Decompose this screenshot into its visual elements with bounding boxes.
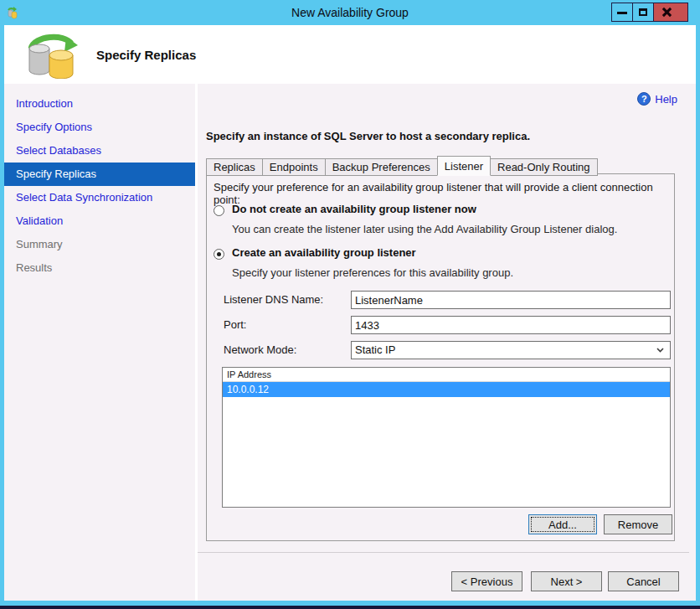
- tab-listener[interactable]: Listener: [437, 156, 491, 176]
- maximize-icon: [639, 8, 647, 16]
- instruction-text: Specify an instance of SQL Server to hos…: [206, 130, 530, 142]
- footer-separator: [198, 552, 689, 553]
- minimize-icon: [617, 12, 627, 14]
- help-label: Help: [655, 93, 677, 106]
- dns-name-label: Listener DNS Name:: [224, 291, 323, 309]
- wizard-dialog: Specify Replicas Introduction Specify Op…: [4, 25, 696, 601]
- add-button[interactable]: Add...: [528, 514, 597, 534]
- help-icon: ?: [637, 92, 651, 106]
- tab-strip: Replicas Endpoints Backup Preferences Li…: [206, 156, 597, 176]
- minimize-button[interactable]: [611, 3, 633, 22]
- next-button[interactable]: Next >: [531, 571, 602, 591]
- sidebar-item-introduction[interactable]: Introduction: [4, 92, 195, 116]
- window-title: New Availability Group: [0, 0, 700, 25]
- listener-tab-panel: Specify your preference for an availabil…: [206, 173, 675, 541]
- tab-endpoints[interactable]: Endpoints: [262, 158, 326, 176]
- sidebar-item-validation[interactable]: Validation: [4, 209, 195, 233]
- create-listener-description: Specify your listener preferences for th…: [232, 266, 513, 279]
- port-label: Port:: [224, 316, 246, 334]
- network-mode-label: Network Mode:: [224, 341, 296, 359]
- create-listener-label[interactable]: Create an availability group listener: [232, 246, 416, 259]
- wizard-header: Specify Replicas: [4, 25, 696, 84]
- sidebar-item-specify-options[interactable]: Specify Options: [4, 116, 195, 139]
- maximize-button[interactable]: [632, 3, 654, 22]
- titlebar[interactable]: New Availability Group: [0, 0, 700, 25]
- sidebar-item-results: Results: [4, 256, 195, 280]
- tab-backup-preferences[interactable]: Backup Preferences: [325, 158, 438, 176]
- close-button[interactable]: [653, 3, 688, 22]
- sidebar-item-specify-replicas[interactable]: Specify Replicas: [4, 163, 195, 186]
- availability-group-icon: [24, 32, 81, 79]
- dns-name-input[interactable]: [351, 291, 671, 309]
- ip-list-header: IP Address: [223, 368, 670, 382]
- network-mode-select[interactable]: Static IP: [351, 341, 671, 359]
- wizard-content: ? Help Specify an instance of SQL Server…: [198, 84, 696, 601]
- port-input[interactable]: [351, 316, 671, 334]
- sidebar-item-select-databases[interactable]: Select Databases: [4, 139, 195, 163]
- wizard-steps-sidebar: Introduction Specify Options Select Data…: [4, 84, 195, 601]
- tab-read-only-routing[interactable]: Read-Only Routing: [490, 158, 598, 176]
- help-link[interactable]: ? Help: [637, 92, 677, 106]
- tab-replicas[interactable]: Replicas: [206, 158, 263, 176]
- radio-create-listener[interactable]: [214, 249, 224, 260]
- network-mode-value: Static IP: [355, 343, 395, 356]
- sidebar-item-summary: Summary: [4, 233, 195, 256]
- no-listener-description: You can create the listener later using …: [232, 223, 617, 235]
- sidebar-item-select-data-synchronization[interactable]: Select Data Synchronization: [4, 186, 195, 209]
- window-bottom-edge: [0, 606, 700, 609]
- cancel-button[interactable]: Cancel: [608, 571, 679, 591]
- ip-address-list[interactable]: IP Address 10.0.0.12: [222, 367, 671, 508]
- chevron-down-icon: [656, 348, 664, 353]
- radio-no-listener[interactable]: [214, 205, 224, 216]
- remove-button[interactable]: Remove: [604, 514, 672, 534]
- page-title: Specify Replicas: [96, 25, 196, 84]
- no-listener-label[interactable]: Do not create an availability group list…: [232, 203, 476, 215]
- previous-button[interactable]: < Previous: [451, 571, 522, 591]
- ip-list-row[interactable]: 10.0.0.12: [223, 382, 670, 397]
- dialog-window: New Availability Group Specify Replicas: [0, 0, 700, 609]
